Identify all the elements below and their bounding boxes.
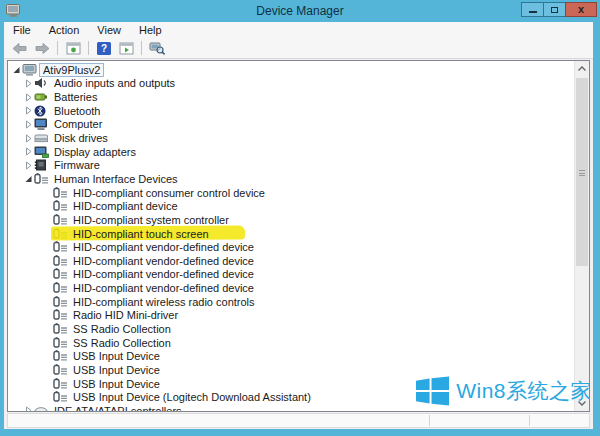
tree-item[interactable]: HID-compliant touch screen [8,227,574,241]
properties-icon [119,42,134,55]
minimize-icon [529,11,537,13]
minimize-button[interactable] [521,2,544,17]
tree-item-label: HID-compliant wireless radio controls [70,296,258,308]
tree-item-label: Batteries [51,91,100,103]
menu-help[interactable]: Help [130,23,171,37]
tree-item[interactable]: Computer [8,118,574,132]
tree-item[interactable]: Audio inputs and outputs [8,77,574,91]
tree-item[interactable]: Radio HID Mini-driver [8,309,574,323]
usb-icon [53,323,70,335]
close-button[interactable]: x [565,2,597,17]
scan-hardware-button[interactable] [146,39,168,57]
window-title: Device Manager [0,4,600,18]
tree-item[interactable]: Bluetooth [8,104,574,118]
tree-item-label: HID-compliant vendor-defined device [70,255,257,267]
tree-item[interactable]: Display adapters [8,145,574,159]
tree-item[interactable]: SS Radio Collection [8,322,574,336]
usb-icon [53,391,70,403]
usb-icon [53,309,70,321]
tree-item-label: SS Radio Collection [70,337,174,349]
tree-item-label: Bluetooth [51,105,103,117]
usb-icon [53,187,70,199]
tree-item[interactable]: SS Radio Collection [8,336,574,350]
computer-icon [34,118,51,130]
collapse-arrow-icon[interactable] [11,64,22,75]
forward-button[interactable] [31,39,53,57]
tree-item-label: USB Input Device [70,350,163,362]
tree-item[interactable]: Batteries [8,90,574,104]
scroll-up-button[interactable] [575,61,589,76]
menu-file[interactable]: File [4,23,40,37]
tree-item-label: HID-compliant vendor-defined device [70,282,257,294]
tree-item[interactable]: HID-compliant vendor-defined device [8,268,574,282]
expand-arrow-icon[interactable] [23,92,34,103]
tree-item[interactable]: USB Input Device [8,363,574,377]
expand-arrow-icon[interactable] [23,405,34,412]
tree-item-label: Radio HID Mini-driver [70,309,181,321]
disk-icon [34,132,51,144]
tree-item-label: HID-compliant consumer control device [70,187,268,199]
ide-icon [34,405,51,412]
back-button[interactable] [9,39,31,57]
tree-item[interactable]: Ativ9Plusv2 [8,63,574,77]
status-separator [429,415,430,426]
toolbar: ? [4,38,593,59]
maximize-button[interactable] [543,2,566,17]
expand-arrow-icon[interactable] [23,160,34,171]
tree-item-label: Human Interface Devices [51,173,181,185]
usb-icon [53,200,70,212]
menu-bar: File Action View Help [4,22,593,38]
expand-arrow-icon[interactable] [23,146,34,157]
forward-icon [34,42,50,55]
tree-item-label: HID-compliant system controller [70,214,232,226]
expand-arrow-icon[interactable] [23,133,34,144]
svg-text:?: ? [101,43,107,54]
usb-icon [53,214,70,226]
back-icon [12,42,28,55]
tree-item[interactable]: HID-compliant vendor-defined device [8,254,574,268]
expand-arrow-icon[interactable] [23,105,34,116]
tree-item[interactable]: HID-compliant device [8,199,574,213]
console-window-button[interactable] [62,39,84,57]
help-button[interactable]: ? [93,39,115,57]
tree-item[interactable]: HID-compliant consumer control device [8,186,574,200]
tree-item[interactable]: HID-compliant vendor-defined device [8,240,574,254]
tree-item[interactable]: HID-compliant system controller [8,213,574,227]
tree-item-label: IDE ATA/ATAPI controllers [51,405,185,412]
title-bar: Device Manager x [0,0,600,22]
tree-item-label: Audio inputs and outputs [51,77,178,89]
tree-item[interactable]: Firmware [8,158,574,172]
collapse-arrow-icon[interactable] [23,173,34,184]
vertical-scrollbar[interactable] [574,61,589,411]
console-window-icon [66,42,81,55]
tree-item-label: Display adapters [51,146,139,158]
tree-item[interactable]: Human Interface Devices [8,172,574,186]
toolbar-separator [141,41,142,55]
properties-button[interactable] [115,39,137,57]
menu-action[interactable]: Action [40,23,89,37]
maximize-icon [551,7,558,13]
display-icon [34,146,51,158]
scrollbar-grip [579,170,585,176]
menu-view[interactable]: View [88,23,130,37]
tree-item-label: Disk drives [51,132,111,144]
usb-icon [53,241,70,253]
scrollbar-thumb[interactable] [576,78,588,266]
tree-item[interactable]: HID-compliant vendor-defined device [8,281,574,295]
tree-item[interactable]: Disk drives [8,131,574,145]
usb-icon [34,173,51,185]
tree-item-label: USB Input Device (Logitech Download Assi… [70,391,314,403]
usb-icon [53,378,70,390]
expand-arrow-icon[interactable] [23,78,34,89]
chevron-up-icon [578,66,586,71]
tree-item[interactable]: USB Input Device [8,349,574,363]
device-tree-panel: Ativ9Plusv2Audio inputs and outputsBatte… [7,60,590,412]
device-tree: Ativ9Plusv2Audio inputs and outputsBatte… [8,63,574,412]
tree-item[interactable]: HID-compliant wireless radio controls [8,295,574,309]
scan-hardware-icon [149,41,166,55]
usb-icon [53,282,70,294]
usb-icon [53,337,70,349]
expand-arrow-icon[interactable] [23,119,34,130]
usb-icon [53,268,70,280]
usb-icon [53,296,70,308]
